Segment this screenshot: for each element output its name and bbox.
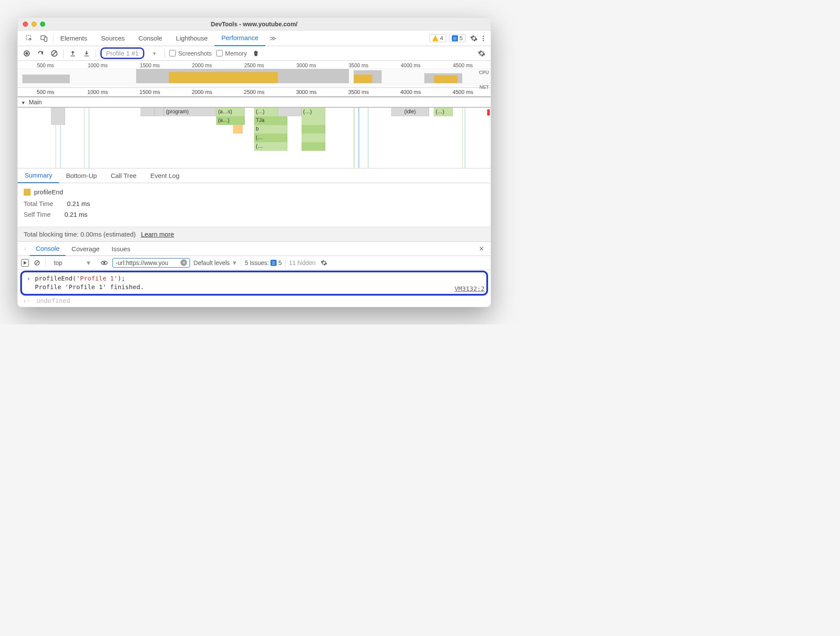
flame-bar[interactable]: (a…s) bbox=[216, 108, 245, 116]
warnings-badge[interactable]: 4 bbox=[429, 34, 446, 42]
screenshots-checkbox-input[interactable] bbox=[169, 50, 176, 56]
device-toggle-icon[interactable] bbox=[39, 34, 49, 43]
live-expression-icon[interactable] bbox=[100, 258, 109, 268]
ruler-tick: 3500 ms bbox=[333, 62, 385, 69]
ruler-tick: 3500 ms bbox=[333, 89, 385, 95]
memory-checkbox[interactable]: Memory bbox=[216, 50, 247, 57]
drawer-kebab-icon[interactable] bbox=[20, 244, 30, 253]
flame-bar[interactable]: b bbox=[254, 125, 287, 134]
summary-pane: profileEnd Total Time 0.21 ms Self Time … bbox=[18, 183, 491, 227]
clear-button[interactable] bbox=[50, 49, 59, 58]
console-input-line: › profileEnd('Profile 1'); bbox=[25, 274, 484, 283]
reload-record-button[interactable] bbox=[36, 49, 45, 58]
memory-checkbox-input[interactable] bbox=[216, 50, 223, 56]
flame-bar[interactable]: (program) bbox=[164, 108, 216, 116]
flame-ruler[interactable]: 500 ms 1000 ms 1500 ms 2000 ms 2500 ms 3… bbox=[18, 88, 491, 97]
tabs-overflow-button[interactable]: ≫ bbox=[265, 34, 281, 42]
tab-bottom-up[interactable]: Bottom-Up bbox=[59, 168, 104, 183]
learn-more-link[interactable]: Learn more bbox=[141, 231, 174, 238]
source-link[interactable]: VM3132:2 bbox=[454, 285, 485, 292]
tab-call-tree[interactable]: Call Tree bbox=[104, 168, 143, 183]
titlebar: DevTools - www.youtube.com/ bbox=[18, 18, 491, 31]
context-selector[interactable]: top ▼ bbox=[49, 259, 96, 267]
flame-bar[interactable]: (… bbox=[254, 142, 287, 151]
tab-performance[interactable]: Performance bbox=[215, 31, 265, 46]
flame-chart[interactable]: (program) (a…s) (…) (…) (idle) (…) (a…) … bbox=[18, 108, 491, 168]
kebab-menu-icon[interactable] bbox=[479, 34, 488, 43]
flame-bar[interactable]: (a…) bbox=[216, 116, 245, 125]
tab-lighthouse[interactable]: Lighthouse bbox=[169, 31, 215, 46]
ruler-tick: 4500 ms bbox=[437, 62, 489, 69]
ruler-tick: 4000 ms bbox=[385, 62, 437, 69]
drawer-tabs: Console Coverage Issues × bbox=[18, 241, 491, 256]
tab-console[interactable]: Console bbox=[132, 31, 169, 46]
svg-point-16 bbox=[103, 262, 106, 264]
execution-context-icon[interactable] bbox=[21, 259, 29, 267]
ruler-tick: 4500 ms bbox=[437, 89, 489, 95]
drawer-tab-console[interactable]: Console bbox=[30, 241, 65, 256]
ruler-tick: 2000 ms bbox=[176, 89, 228, 95]
tab-summary[interactable]: Summary bbox=[18, 168, 59, 183]
event-name: profileEnd bbox=[34, 188, 63, 196]
drawer-tab-coverage[interactable]: Coverage bbox=[65, 241, 106, 256]
tab-event-log[interactable]: Event Log bbox=[143, 168, 187, 183]
console-settings-gear-icon[interactable] bbox=[319, 258, 329, 268]
flame-bar[interactable]: (…) bbox=[302, 108, 325, 116]
screenshots-label: Screenshots bbox=[178, 50, 212, 57]
capture-settings-gear-icon[interactable] bbox=[477, 49, 486, 58]
ruler-tick: 1000 ms bbox=[72, 62, 124, 69]
timeline-overview[interactable]: 500 ms 1000 ms 1500 ms 2000 ms 2500 ms 3… bbox=[18, 61, 491, 88]
flame-bar[interactable]: TJa bbox=[254, 116, 287, 125]
inspect-icon[interactable] bbox=[25, 34, 34, 43]
record-button[interactable] bbox=[22, 49, 31, 58]
main-track-header[interactable]: Main bbox=[18, 97, 491, 108]
svg-point-10 bbox=[25, 248, 25, 248]
profile-dropdown-arrow-icon[interactable]: ▼ bbox=[149, 51, 160, 56]
warning-count: 4 bbox=[440, 35, 443, 41]
console-input-end: ); bbox=[118, 275, 125, 282]
ruler-tick: 2500 ms bbox=[228, 62, 280, 69]
ruler-tick: 500 ms bbox=[19, 62, 72, 69]
issues-counter[interactable]: 5 Issues: 5 bbox=[245, 259, 282, 266]
self-time-label: Self Time bbox=[24, 211, 51, 218]
ruler-tick: 2000 ms bbox=[176, 62, 228, 69]
console-clear-button[interactable] bbox=[32, 258, 42, 268]
flame-bar[interactable]: (… bbox=[254, 134, 287, 142]
messages-badge[interactable]: 5 bbox=[449, 34, 466, 42]
result-prompt-icon: ‹· bbox=[23, 297, 30, 304]
window-title: DevTools - www.youtube.com/ bbox=[18, 21, 491, 28]
flame-bar[interactable]: (idle) bbox=[391, 108, 429, 116]
tab-sources[interactable]: Sources bbox=[94, 31, 132, 46]
ruler-tick: 3000 ms bbox=[280, 89, 333, 95]
download-profile-button[interactable] bbox=[82, 49, 91, 58]
drawer-tab-issues[interactable]: Issues bbox=[106, 241, 136, 256]
console-output-line: › Profile 'Profile 1' finished. bbox=[25, 283, 484, 291]
self-time-value: 0.21 ms bbox=[65, 211, 87, 218]
ruler-tick: 4000 ms bbox=[385, 89, 437, 95]
console-body[interactable]: › profileEnd('Profile 1'); › Profile 'Pr… bbox=[18, 271, 491, 307]
settings-gear-icon[interactable] bbox=[469, 34, 479, 43]
upload-profile-button[interactable] bbox=[68, 49, 78, 58]
ruler-tick: 1500 ms bbox=[124, 89, 176, 95]
tab-elements[interactable]: Elements bbox=[53, 31, 94, 46]
scripting-swatch-icon bbox=[24, 189, 31, 196]
details-tabs: Summary Bottom-Up Call Tree Event Log bbox=[18, 168, 491, 183]
main-panel-tabs: Elements Sources Console Lighthouse Perf… bbox=[18, 31, 491, 46]
flame-bar[interactable]: (…) bbox=[434, 108, 453, 116]
drawer-close-button[interactable]: × bbox=[475, 244, 488, 253]
profile-selector[interactable]: Profile 1 #1 bbox=[100, 47, 144, 59]
message-icon bbox=[452, 35, 458, 41]
context-value: top bbox=[54, 259, 62, 266]
levels-text: Default levels bbox=[193, 259, 230, 266]
disclosure-triangle-icon[interactable] bbox=[21, 99, 27, 106]
issues-label: 5 Issues: bbox=[245, 259, 269, 266]
flame-bar[interactable]: (…) bbox=[254, 108, 278, 116]
total-time-value: 0.21 ms bbox=[67, 200, 90, 207]
issues-count: 5 bbox=[278, 259, 282, 266]
screenshots-checkbox[interactable]: Screenshots bbox=[169, 50, 212, 57]
console-filter-input[interactable]: -url:https://www.you ✕ bbox=[112, 258, 190, 268]
delete-profile-button[interactable] bbox=[251, 49, 261, 58]
selection-marker-icon bbox=[487, 109, 490, 115]
log-levels-dropdown[interactable]: Default levels ▼ bbox=[193, 259, 237, 266]
clear-filter-icon[interactable]: ✕ bbox=[180, 259, 187, 266]
